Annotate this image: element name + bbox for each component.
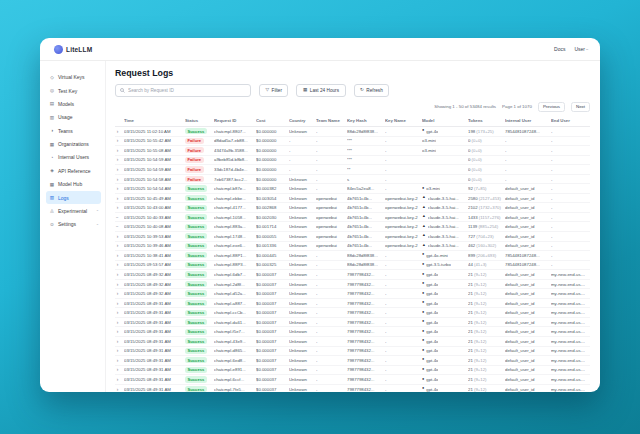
table-row[interactable]: ›03/15/2025 10:40:33 AMSuccesschatcmpl-1… xyxy=(115,213,590,223)
sidebar-item-logs[interactable]: ▥Logs xyxy=(46,191,101,203)
brand[interactable]: LiteLLM xyxy=(54,45,92,54)
table-row[interactable]: ›03/15/2025 10:43:00 AMSuccesschatcmpl-4… xyxy=(115,203,590,213)
table-row[interactable]: ›03/15/2025 08:49:31 AMSuccesschatcmpl-c… xyxy=(115,308,590,318)
time-cell: 03/15/2025 08:49:31 AM xyxy=(124,387,185,392)
chevron-right-icon[interactable]: › xyxy=(115,157,120,162)
chevron-right-icon[interactable]: › xyxy=(115,291,120,296)
chevron-right-icon[interactable]: › xyxy=(115,262,120,267)
sidebar-item-experimental[interactable]: ◬Experimental› xyxy=(46,205,101,217)
country-cell: Unknown xyxy=(289,377,316,382)
sidebar-item-model-hub[interactable]: ▩Model Hub xyxy=(46,178,101,190)
table-row[interactable]: ›03/15/2025 10:55:42 AMFailured8dad5a7-e… xyxy=(115,137,590,147)
chevron-right-icon[interactable]: › xyxy=(115,282,120,287)
key-hash-cell: 88dc28d8f838... xyxy=(347,253,385,258)
filter-button[interactable]: ▽ Filter xyxy=(259,84,288,97)
chevron-right-icon[interactable]: › xyxy=(115,377,120,382)
chevron-right-icon[interactable]: › xyxy=(115,358,120,363)
sidebar-item-models[interactable]: ▤Models xyxy=(46,98,101,110)
chevron-right-icon[interactable]: › xyxy=(115,310,120,315)
chevron-right-icon[interactable]: › xyxy=(115,234,120,239)
status-cell: Success xyxy=(185,262,214,268)
table-row[interactable]: ›03/15/2025 09:53:57 AMSuccesschatcmpl-8… xyxy=(115,261,590,271)
status-badge: Success xyxy=(185,281,207,287)
table-row[interactable]: ›03/15/2025 08:49:31 AMSuccesschatcmpl-d… xyxy=(115,318,590,328)
table-row[interactable]: ›03/15/2025 08:49:31 AMSuccesschatcmpl-f… xyxy=(115,327,590,337)
chevron-right-icon[interactable]: › xyxy=(115,177,120,182)
user-menu[interactable]: User › xyxy=(574,46,588,52)
key-hash-cell: 4b7651c4b... xyxy=(347,196,385,201)
chevron-right-icon[interactable]: › xyxy=(115,243,120,248)
chevron-right-icon[interactable]: › xyxy=(115,138,120,143)
end-user-cell: - xyxy=(551,167,590,172)
chevron-right-icon[interactable]: › xyxy=(115,167,120,172)
tokens-detail: (7+85) xyxy=(473,186,487,191)
sidebar-item-test-key[interactable]: ◎Test Key xyxy=(46,84,101,96)
table-row[interactable]: ›03/15/2025 08:49:32 AMSuccesschatcmpl-d… xyxy=(115,289,590,299)
chevron-right-icon[interactable]: › xyxy=(115,320,120,325)
table-row[interactable]: ›03/15/2025 10:54:54 AMSuccesschatcmpl-b… xyxy=(115,184,590,194)
next-page-button[interactable]: Next xyxy=(571,102,590,112)
table-row[interactable]: ›03/15/2025 10:38:41 AMSuccesschatcmpl-8… xyxy=(115,251,590,261)
sidebar-item-internal-users[interactable]: ◔Internal Users xyxy=(46,151,101,163)
chevron-right-icon[interactable]: › xyxy=(115,339,120,344)
table-row[interactable]: ›03/15/2025 10:54:59 AMFailurea9beb85d-b… xyxy=(115,156,590,166)
tokens-cell: 21 (9+12) xyxy=(468,301,505,306)
country-cell: Unknown xyxy=(289,243,316,248)
table-row[interactable]: ›03/15/2025 08:49:31 AMSuccesschatcmpl-d… xyxy=(115,347,590,357)
openai-icon: ● xyxy=(422,263,424,267)
time-range-button[interactable]: ▦ Last 24 Hours xyxy=(296,84,345,97)
chevron-right-icon[interactable]: › xyxy=(115,129,120,134)
chevron-right-icon[interactable]: › xyxy=(115,186,120,191)
sidebar-item-settings[interactable]: ⊙Settings› xyxy=(46,218,101,230)
table-row[interactable]: ›03/15/2025 08:49:31 AMSuccesschatcmpl-6… xyxy=(115,375,590,385)
cost-cell: $0.000037 xyxy=(256,272,289,277)
expand-cell: › xyxy=(115,138,124,143)
chevron-right-icon[interactable]: › xyxy=(115,367,120,372)
request-id-cell: chatcmpl-1058... xyxy=(214,215,256,220)
chevron-right-icon[interactable]: › xyxy=(115,387,120,392)
previous-page-button[interactable]: Previous xyxy=(538,102,565,112)
table-row[interactable]: ›03/15/2025 08:49:31 AMSuccesschatcmpl-7… xyxy=(115,385,590,392)
sidebar-item-virtual-keys[interactable]: ◇Virtual Keys xyxy=(46,71,101,83)
chevron-right-icon[interactable]: › xyxy=(115,196,120,201)
table-row[interactable]: ›03/15/2025 11:02:10 AMSuccesschatcmpl-8… xyxy=(115,127,590,137)
table-row[interactable]: ›03/15/2025 08:49:32 AMSuccesschatcmpl-2… xyxy=(115,280,590,290)
tokens-cell: 92 (7+85) xyxy=(468,186,505,191)
chevron-right-icon[interactable]: › xyxy=(115,301,120,306)
table-row[interactable]: ›03/15/2025 10:40:08 AMSuccesschatcmpl-8… xyxy=(115,222,590,232)
chevron-right-icon[interactable]: › xyxy=(115,348,120,353)
table-row[interactable]: ›03/15/2025 08:49:31 AMSuccesschatcmpl-a… xyxy=(115,299,590,309)
table-row[interactable]: ›03/15/2025 08:49:31 AMSuccesschatcmpl-4… xyxy=(115,337,590,347)
sidebar-item-api-reference[interactable]: ◈API Reference xyxy=(46,165,101,177)
table-row[interactable]: ›03/15/2025 08:49:32 AMSuccesschatcmpl-6… xyxy=(115,270,590,280)
chevron-down-icon[interactable]: › xyxy=(115,215,120,220)
table-row[interactable]: ›03/15/2025 10:54:58 AMFailure7eb67387-b… xyxy=(115,175,590,185)
table-row[interactable]: ›03/15/2025 10:45:49 AMSuccesschatcmpl-e… xyxy=(115,194,590,204)
model-name: gpt-4o-mini xyxy=(426,253,448,258)
end-user-cell: - xyxy=(551,243,590,248)
search-input[interactable] xyxy=(128,88,246,93)
sidebar-item-teams[interactable]: ◑Teams xyxy=(46,125,101,137)
chevron-right-icon[interactable]: › xyxy=(115,253,120,258)
request-id-cell: chatcmpl-6ccf... xyxy=(214,377,256,382)
search-box[interactable] xyxy=(115,84,251,97)
key-hash-cell: 7987798432... xyxy=(347,348,385,353)
docs-link[interactable]: Docs xyxy=(554,46,565,52)
chevron-right-icon[interactable]: › xyxy=(115,329,120,334)
status-badge: Success xyxy=(185,310,207,316)
refresh-button[interactable]: ↻ Refresh xyxy=(354,84,390,97)
table-row[interactable]: ›03/15/2025 08:49:31 AMSuccesschatcmpl-e… xyxy=(115,366,590,376)
table-row[interactable]: ›03/15/2025 10:39:53 AMSuccesschatcmpl-1… xyxy=(115,232,590,242)
table-row[interactable]: ›03/15/2025 10:55:08 AMFailure43474a9b-3… xyxy=(115,146,590,156)
table-row[interactable]: ›03/15/2025 10:39:46 AMSuccesschatcmpl-e… xyxy=(115,242,590,252)
sidebar-item-usage[interactable]: ▥Usage xyxy=(46,111,101,123)
chevron-right-icon[interactable]: › xyxy=(115,148,120,153)
chevron-right-icon[interactable]: › xyxy=(115,272,120,277)
table-row[interactable]: ›03/15/2025 10:54:59 AMFailure33dc187d-4… xyxy=(115,165,590,175)
chevron-right-icon[interactable]: › xyxy=(115,205,120,210)
expand-cell: › xyxy=(115,234,124,239)
key-hash-cell: 84ec5a2ea8... xyxy=(347,186,385,191)
sidebar-item-organizations[interactable]: ▦Organizations xyxy=(46,138,101,150)
chevron-down-icon[interactable]: › xyxy=(115,224,120,229)
table-row[interactable]: ›03/15/2025 08:49:31 AMSuccesschatcmpl-6… xyxy=(115,356,590,366)
